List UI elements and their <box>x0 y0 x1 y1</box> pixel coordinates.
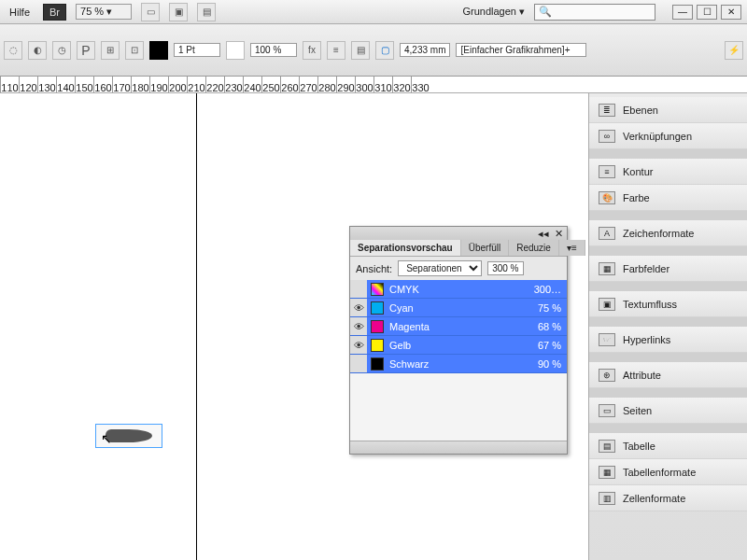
panel-tabelle[interactable]: ▤Tabelle <box>589 433 747 459</box>
panel-seiten[interactable]: ▭Seiten <box>589 398 747 424</box>
help-menu[interactable]: Hilfe <box>6 7 34 18</box>
scale-field[interactable]: 100 % <box>250 43 297 57</box>
stroke-swatch[interactable] <box>226 41 245 60</box>
screen-icon[interactable]: ▣ <box>169 3 188 21</box>
ruler-tick: 170 <box>112 77 131 92</box>
ink-row[interactable]: CMYK300… <box>350 280 567 299</box>
panel-icon: ☞ <box>599 333 615 346</box>
frame-icon[interactable]: ▢ <box>375 41 394 60</box>
panel-label: Tabellenformate <box>623 467 696 478</box>
ink-name: Schwarz <box>388 358 538 370</box>
panel-icon: ∞ <box>599 130 615 143</box>
ink-limit-field[interactable]: 300 % <box>487 261 523 275</box>
ink-row[interactable]: 👁Gelb67 % <box>350 336 567 355</box>
ruler-tick: 140 <box>56 77 75 92</box>
panel-icon: ▭ <box>599 404 615 417</box>
zoom-dropdown[interactable]: 75 % ▾ <box>76 4 132 20</box>
panel-hyperlinks[interactable]: ☞Hyperlinks <box>589 327 747 353</box>
ruler-tick: 230 <box>224 77 243 92</box>
workspace-dropdown[interactable]: Grundlagen ▾ <box>462 6 525 18</box>
ruler-tick: 190 <box>149 77 168 92</box>
panel-label: Farbe <box>623 192 650 203</box>
ruler-tick: 330 <box>411 77 430 92</box>
minimize-button[interactable]: — <box>672 5 693 20</box>
ink-row[interactable]: Schwarz90 % <box>350 355 567 373</box>
tool-icon[interactable]: ◌ <box>4 41 22 60</box>
view-icon[interactable]: ▭ <box>141 3 160 21</box>
frame-type-dropdown[interactable]: [Einfacher Grafikrahmen]+ <box>456 43 586 57</box>
ink-row[interactable]: 👁Magenta68 % <box>350 317 567 336</box>
tool-icon[interactable]: ⊞ <box>101 41 120 60</box>
wrap-icon[interactable]: ▤ <box>351 41 370 60</box>
panel-verknüpfungen[interactable]: ∞Verknüpfungen <box>589 123 747 149</box>
ruler-tick: 160 <box>93 77 112 92</box>
type-tool-icon[interactable]: P <box>77 41 95 60</box>
panel-attribute[interactable]: ⊛Attribute <box>589 362 747 388</box>
collapse-icon[interactable]: ◂◂ <box>538 228 549 240</box>
ink-row[interactable]: 👁Cyan75 % <box>350 299 567 317</box>
ruler-tick: 210 <box>187 77 205 92</box>
ink-swatch <box>371 301 384 315</box>
panel-label: Hyperlinks <box>623 334 670 345</box>
bridge-button[interactable]: Br <box>43 4 66 21</box>
separations-preview-panel[interactable]: ◂◂✕ Separationsvorschau Überfüll Reduzie… <box>349 226 568 455</box>
panel-zeichenformate[interactable]: AZeichenformate <box>589 220 747 246</box>
ink-name: Magenta <box>388 321 538 332</box>
ink-name: Gelb <box>388 340 538 351</box>
horizontal-ruler: 1101201301401501601701801902002102202302… <box>0 77 747 93</box>
fx-icon[interactable]: fx <box>303 41 321 60</box>
ink-value: 67 % <box>538 340 567 351</box>
tool-icon[interactable]: ◐ <box>28 41 47 60</box>
panel-label: Zeichenformate <box>623 228 694 239</box>
panel-label: Seiten <box>623 405 652 416</box>
panel-footer <box>350 441 567 454</box>
panel-menu-icon[interactable]: ▾≡ <box>559 240 585 256</box>
ruler-tick: 120 <box>19 77 37 92</box>
panel-icon: ▦ <box>599 466 615 479</box>
close-button[interactable]: ✕ <box>721 5 741 20</box>
panel-icon: ▣ <box>599 298 615 311</box>
visibility-toggle[interactable] <box>350 355 367 372</box>
visibility-toggle[interactable] <box>350 280 367 298</box>
panel-zellenformate[interactable]: ▥Zellenformate <box>589 485 747 511</box>
ruler-tick: 280 <box>317 77 336 92</box>
ruler-tick: 240 <box>243 77 261 92</box>
panel-tabellenformate[interactable]: ▦Tabellenformate <box>589 459 747 485</box>
panel-icon: ▦ <box>599 262 615 275</box>
panel-tabs: Separationsvorschau Überfüll Reduzie ▾≡ <box>350 240 567 257</box>
panel-farbe[interactable]: 🎨Farbe <box>589 185 747 211</box>
stroke-field[interactable]: 1 Pt <box>174 43 220 57</box>
panel-close-icon[interactable]: ✕ <box>555 228 563 240</box>
panel-kontur[interactable]: ≡Kontur <box>589 159 747 185</box>
panel-label: Zellenformate <box>623 493 685 504</box>
tool-icon[interactable]: ◷ <box>52 41 71 60</box>
view-label: Ansicht: <box>356 263 392 274</box>
panel-textumfluss[interactable]: ▣Textumfluss <box>589 291 747 317</box>
ruler-tick: 200 <box>168 77 187 92</box>
tab-flatten[interactable]: Reduzie <box>509 240 559 256</box>
frame-width-field[interactable]: 4,233 mm <box>400 43 450 57</box>
search-input[interactable]: 🔍 <box>534 4 655 21</box>
ruler-tick: 270 <box>299 77 317 92</box>
maximize-button[interactable]: ☐ <box>697 5 717 20</box>
panel-farbfelder[interactable]: ▦Farbfelder <box>589 256 747 282</box>
tool-icon[interactable]: ⊡ <box>125 41 144 60</box>
fill-swatch[interactable] <box>149 41 168 60</box>
panel-label: Attribute <box>623 370 661 381</box>
menubar: Hilfe Br 75 % ▾ ▭ ▣ ▤ Grundlagen ▾ 🔍 — ☐… <box>0 0 747 24</box>
panel-ebenen[interactable]: ≣Ebenen <box>589 97 747 123</box>
tab-separations[interactable]: Separationsvorschau <box>350 240 461 256</box>
lightning-icon[interactable]: ⚡ <box>725 41 743 60</box>
panel-label: Kontur <box>623 166 653 177</box>
tab-trap[interactable]: Überfüll <box>461 240 509 256</box>
align-icon[interactable]: ≡ <box>327 41 345 60</box>
visibility-toggle[interactable]: 👁 <box>350 299 367 316</box>
panel-icon: 🎨 <box>599 191 615 204</box>
panel-icon: A <box>599 227 615 240</box>
visibility-toggle[interactable]: 👁 <box>350 336 367 354</box>
ink-swatch <box>371 357 384 371</box>
ink-name: Cyan <box>388 302 538 314</box>
arrange-icon[interactable]: ▤ <box>197 3 216 21</box>
visibility-toggle[interactable]: 👁 <box>350 317 367 335</box>
view-select[interactable]: Separationen <box>398 260 482 276</box>
